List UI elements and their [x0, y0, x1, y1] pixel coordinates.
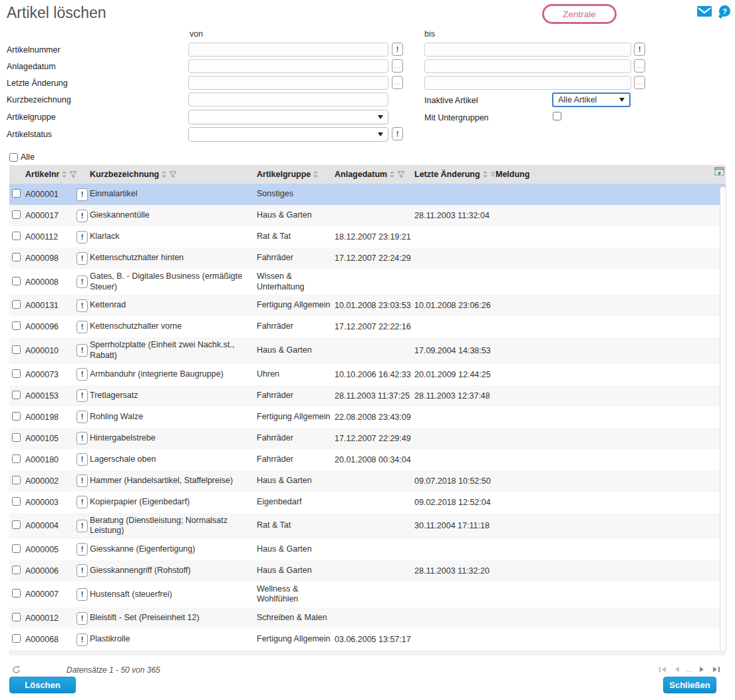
row-checkbox[interactable] — [12, 277, 21, 285]
next-page-icon[interactable] — [699, 666, 705, 673]
row-checkbox[interactable] — [12, 189, 21, 198]
letzte-aenderung-von-picker-button[interactable]: ... — [392, 76, 403, 89]
row-warning-button[interactable]: ! — [76, 411, 88, 423]
row-warning-button[interactable]: ! — [76, 368, 88, 381]
table-row[interactable]: A000068 ! Plastikrolle Fertigung Allgeme… — [9, 629, 726, 650]
row-checkbox[interactable] — [12, 589, 21, 598]
row-checkbox[interactable] — [12, 613, 21, 621]
help-icon[interactable]: ? — [719, 5, 730, 17]
first-page-icon[interactable] — [659, 666, 667, 673]
column-header-artikelgruppe[interactable]: Artikelgruppe — [257, 170, 335, 179]
table-row[interactable]: A000153 ! Tretlagersatz Fahrräder 28.11.… — [9, 385, 726, 407]
delete-button[interactable]: Löschen — [9, 677, 76, 693]
row-checkbox[interactable] — [12, 566, 21, 574]
artikelnummer-bis-input[interactable] — [424, 43, 631, 57]
row-checkbox[interactable] — [12, 520, 21, 529]
refresh-icon[interactable] — [12, 665, 21, 676]
row-checkbox[interactable] — [12, 300, 21, 309]
row-warning-button[interactable]: ! — [76, 543, 88, 556]
row-checkbox[interactable] — [12, 497, 21, 506]
sort-icon[interactable] — [161, 170, 167, 178]
row-warning-button[interactable]: ! — [76, 344, 88, 357]
table-row[interactable]: A000012 ! Bleistift - Set (Preiseinheit … — [9, 608, 726, 629]
filter-icon[interactable] — [490, 172, 496, 178]
mit-untergruppen-checkbox[interactable] — [553, 112, 561, 120]
row-checkbox[interactable] — [12, 210, 21, 219]
row-warning-button[interactable]: ! — [76, 252, 88, 265]
close-button[interactable]: Schließen — [663, 677, 716, 693]
table-row[interactable]: A000002 ! Hammer (Handelsartikel, Staffe… — [9, 470, 726, 492]
table-row[interactable]: A000017 ! Gieskannentülle Haus & Garten … — [9, 205, 726, 226]
row-checkbox[interactable] — [12, 391, 21, 399]
row-checkbox[interactable] — [12, 634, 21, 643]
row-warning-button[interactable]: ! — [76, 612, 88, 625]
row-warning-button[interactable]: ! — [76, 588, 88, 601]
anlagedatum-von-input[interactable] — [188, 59, 388, 73]
table-row[interactable]: A000006 ! Giesskannengriff (Rohstoff) Ha… — [9, 560, 726, 582]
row-checkbox[interactable] — [12, 321, 21, 330]
sort-icon[interactable] — [482, 170, 488, 178]
row-checkbox[interactable] — [12, 454, 21, 463]
row-warning-button[interactable]: ! — [76, 389, 88, 402]
row-warning-button[interactable]: ! — [76, 474, 88, 487]
row-checkbox[interactable] — [12, 433, 21, 442]
row-warning-button[interactable]: ! — [76, 210, 88, 222]
letzte-aenderung-bis-input[interactable] — [424, 76, 631, 90]
artikelnummer-von-input[interactable] — [188, 43, 388, 57]
row-warning-button[interactable]: ! — [76, 299, 88, 312]
table-row[interactable]: A000010 ! Sperrholzplatte (Einheit zwei … — [9, 337, 726, 363]
sort-icon[interactable] — [61, 170, 67, 178]
artikelstatus-options-button[interactable]: ! — [392, 127, 403, 140]
row-checkbox[interactable] — [12, 253, 21, 262]
anlagedatum-von-picker-button[interactable]: ... — [392, 59, 403, 73]
row-warning-button[interactable]: ! — [76, 321, 88, 333]
row-warning-button[interactable]: ! — [76, 520, 88, 532]
sort-icon[interactable] — [389, 170, 395, 178]
letzte-aenderung-bis-picker-button[interactable]: ... — [634, 76, 645, 89]
table-row[interactable]: A000001 ! Einmalartikel Sonstiges — [9, 184, 726, 205]
table-row[interactable]: A000131 ! Kettenrad Fertigung Allgemein … — [9, 295, 726, 316]
row-warning-button[interactable]: ! — [76, 432, 88, 444]
table-row[interactable]: A000180 ! Lagerschale oben Fahrräder 20.… — [9, 449, 726, 470]
row-warning-button[interactable]: ! — [76, 633, 88, 646]
table-row[interactable]: A000198 ! Rohling Walze Fertigung Allgem… — [9, 407, 726, 428]
filter-icon[interactable] — [397, 171, 405, 178]
inaktive-artikel-select[interactable]: Alle Artikel — [552, 92, 631, 107]
select-all-checkbox[interactable] — [9, 153, 18, 162]
row-warning-button[interactable]: ! — [76, 453, 88, 466]
row-warning-button[interactable]: ! — [76, 564, 88, 577]
row-checkbox[interactable] — [12, 345, 21, 354]
table-row[interactable]: A000003 ! Kopierpapier (Eigenbedarf) Eig… — [9, 492, 726, 513]
column-header-anlagedatum[interactable]: Anlagedatum — [335, 170, 414, 179]
kurzbezeichnung-input[interactable] — [188, 92, 388, 106]
table-row[interactable]: A000073 ! Armbanduhr (integrierte Baugru… — [9, 364, 726, 385]
table-row[interactable]: A000096 ! Kettenschutzhalter vorne Fahrr… — [9, 316, 726, 337]
column-header-artikelnr[interactable]: Artikelnr — [25, 170, 76, 179]
table-scrollbar[interactable] — [720, 186, 726, 652]
table-row[interactable]: A000005 ! Giesskanne (Eigenfertigung) Ha… — [9, 539, 726, 560]
sort-icon[interactable] — [313, 170, 319, 178]
row-warning-button[interactable]: ! — [76, 188, 88, 201]
page-ellipsis[interactable]: ... — [686, 667, 692, 671]
row-warning-button[interactable]: ! — [76, 496, 88, 508]
mail-icon[interactable] — [697, 6, 712, 17]
filter-icon[interactable] — [169, 171, 177, 178]
row-checkbox[interactable] — [12, 476, 21, 484]
row-checkbox[interactable] — [12, 412, 21, 421]
row-checkbox[interactable] — [12, 544, 21, 553]
artikelnummer-von-options-button[interactable]: ! — [392, 43, 403, 56]
table-row[interactable]: A000004 ! Beratung (Dienstleistung; Norm… — [9, 513, 726, 539]
letzte-aenderung-von-input[interactable] — [188, 76, 388, 90]
row-checkbox[interactable] — [12, 369, 21, 378]
row-warning-button[interactable]: ! — [76, 231, 88, 244]
row-checkbox[interactable] — [12, 232, 21, 240]
table-row[interactable]: A000105 ! Hintergabelstrebe Fahrräder 17… — [9, 428, 726, 449]
artikelnummer-bis-options-button[interactable]: ! — [634, 43, 645, 56]
table-row[interactable]: A000098 ! Kettenschutzhalter hinten Fahr… — [9, 248, 726, 269]
table-row[interactable]: A000112 ! Klarlack Rat & Tat 18.12.2007 … — [9, 226, 726, 248]
last-page-icon[interactable] — [712, 666, 720, 673]
artikelstatus-select[interactable] — [188, 127, 388, 142]
column-header-kurzbezeichnung[interactable]: Kurzbezeichnung — [76, 170, 257, 179]
anlagedatum-bis-picker-button[interactable]: ... — [634, 59, 645, 73]
previous-page-icon[interactable] — [674, 666, 680, 673]
